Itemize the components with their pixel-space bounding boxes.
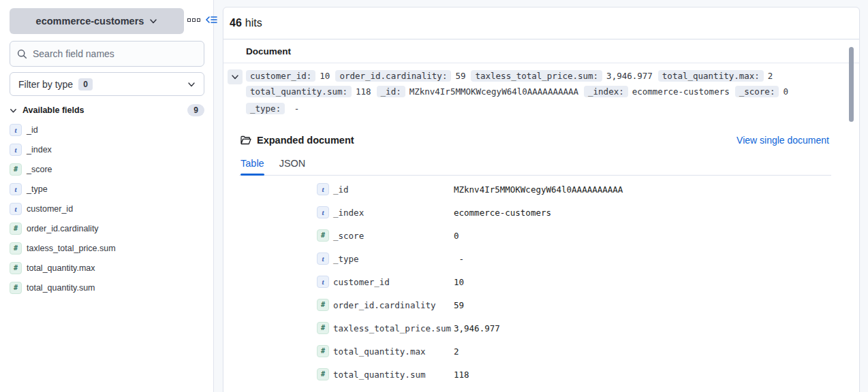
field-search [10,41,204,67]
field-list-item[interactable]: # taxless_total_price.sum [10,238,204,258]
doc-field-name: order_id.cardinality: [335,70,451,82]
doc-field-pair: _type: - [246,103,299,114]
document-column-label: Document [246,46,291,56]
field-list-item[interactable]: # total_quantity.sum [10,278,204,297]
field-type-icon: t [10,203,22,215]
doc-viewer-field: # taxless_total_price.sum [317,322,454,334]
field-name-label: total_quantity.sum [27,283,95,293]
collapse-sidebar-icon[interactable] [206,15,217,24]
doc-field-pair: total_quantity.sum: 118 [246,86,371,97]
field-name-label: total_quantity.max [27,263,95,273]
field-list-item[interactable]: # _score [10,159,204,179]
doc-field-value: MZknv4Ir5MMOKWcegyW64l0AAAAAAAAAA [409,86,578,97]
document-row: customer_id: 10 order_id.cardinality: 59… [223,63,859,114]
doc-viewer-field: # total_quantity.sum [317,368,454,380]
doc-field-pair: taxless_total_price.sum: 3,946.977 [471,70,652,82]
doc-viewer-field: t _index [317,206,454,218]
doc-field-value: 118 [356,86,371,97]
field-list-item[interactable]: # order_id.cardinality [10,218,204,238]
doc-viewer-field-name: total_quantity.sum [333,370,425,380]
doc-field-name: taxless_total_price.sum: [471,70,602,82]
doc-viewer-field: t _type [317,252,454,265]
field-list-item[interactable]: # total_quantity.max [10,258,204,278]
chevron-down-icon [187,80,196,88]
doc-viewer-field-value: - [454,254,464,264]
doc-viewer-field-name: customer_id [333,277,390,287]
field-type-icon: # [317,299,329,311]
field-name-label: _index [27,145,52,154]
doc-viewer-field: t _id [317,183,454,195]
search-field-names-input[interactable] [33,48,197,59]
discover-sidebar: ecommerce-customers Filter by type 0 [0,0,214,392]
doc-viewer-field-value: 59 [454,300,464,310]
doc-field-value: - [289,103,299,114]
field-type-icon: t [317,276,329,288]
doc-viewer-field-name: _index [333,208,364,218]
field-list-item[interactable]: t _type [10,179,204,199]
doc-field-value: 3,946.977 [606,71,653,81]
field-type-icon: t [317,252,329,265]
doc-viewer-field-value: 0 [454,231,459,241]
hits-bar: 46 hits [223,7,859,39]
doc-viewer-field-name: _id [333,184,349,195]
doc-viewer-row: # total_quantity.max 2 [317,340,829,363]
doc-field-name: customer_id: [246,70,315,82]
doc-viewer-field-name: total_quantity.max [333,346,425,357]
field-name-label: order_id.cardinality [27,224,99,233]
doc-viewer-field-name: taxless_total_price.sum [333,323,451,333]
doc-viewer-row: t customer_id 10 [317,270,829,293]
available-fields-header[interactable]: Available fields 9 [10,103,204,118]
available-fields-list: t _id t _index # _score t _type t custom… [10,120,204,297]
filter-count-badge: 0 [78,78,93,91]
doc-viewer-row: t _index ecommerce-customers [317,201,829,224]
available-fields-label: Available fields [22,105,84,115]
hits-label: hits [245,17,262,29]
field-type-icon: # [317,368,329,380]
folder-open-icon [241,135,251,145]
doc-viewer-row: # order_id.cardinality 59 [317,293,829,316]
field-type-icon: t [10,183,22,195]
doc-field-name: total_quantity.sum: [246,86,352,97]
field-name-label: _type [27,184,48,194]
view-single-document-link[interactable]: View single document [737,135,829,146]
data-view-picker[interactable]: ecommerce-customers [10,8,184,34]
field-name-label: customer_id [27,204,73,214]
doc-field-pair: customer_id: 10 [246,70,330,82]
data-view-label: ecommerce-customers [36,16,144,27]
field-name-label: _score [27,165,52,174]
field-type-icon: t [10,124,22,136]
tab-table[interactable]: Table [241,158,264,175]
doc-viewer-row: t _type - [317,247,829,270]
doc-field-pair: _score: 0 [735,86,788,97]
doc-viewer-field-value: 2 [454,346,459,357]
doc-viewer-field-value: 3,946.977 [454,323,500,333]
field-popover-icon[interactable] [187,18,200,22]
field-type-icon: # [317,322,329,334]
available-fields-count-badge: 9 [187,104,204,116]
doc-viewer-field-name: _type [333,254,359,264]
field-list-item[interactable]: t _index [10,140,204,159]
doc-field-name: _score: [735,86,779,97]
vertical-scrollbar-thumb[interactable] [849,47,854,122]
doc-viewer-field-value: ecommerce-customers [454,208,551,218]
filter-by-type[interactable]: Filter by type 0 [10,72,204,96]
tab-json[interactable]: JSON [279,158,306,175]
chevron-down-icon [149,17,157,25]
field-type-icon: t [317,183,329,195]
field-name-label: taxless_total_price.sum [27,244,116,253]
field-list-item[interactable]: t _id [10,120,204,140]
doc-viewer-field: t customer_id [317,276,454,288]
collapse-document-button[interactable] [228,69,243,84]
field-type-icon: # [10,242,22,255]
expanded-document-header: Expanded document View single document [223,118,859,146]
field-type-icon: # [10,163,22,176]
doc-viewer-table: t _id MZknv4Ir5MMOKWcegyW64l0AAAAAAAAAA … [223,176,859,386]
search-icon [17,49,27,59]
doc-viewer-field-name: order_id.cardinality [333,300,436,310]
doc-field-value: 59 [455,71,465,81]
doc-viewer-tabs: Table JSON [223,146,859,175]
doc-viewer-field-name: _score [333,231,364,241]
field-list-item[interactable]: t customer_id [10,199,204,218]
doc-viewer-field-value: MZknv4Ir5MMOKWcegyW64l0AAAAAAAAAA [454,184,623,195]
doc-viewer-field: # order_id.cardinality [317,299,454,311]
